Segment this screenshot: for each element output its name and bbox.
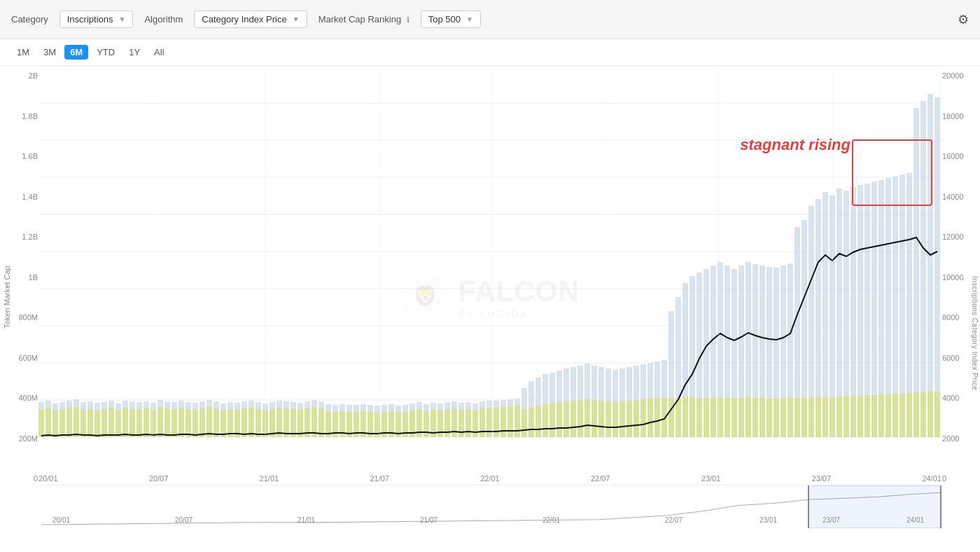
svg-rect-83 — [241, 408, 247, 437]
toolbar: Category Inscriptions ▼ Algorithm Catego… — [0, 0, 980, 39]
svg-rect-266 — [906, 393, 912, 437]
x-label-2: 20/07 — [149, 474, 169, 483]
svg-rect-173 — [528, 408, 534, 437]
svg-rect-263 — [886, 394, 891, 437]
svg-rect-28 — [59, 409, 65, 437]
svg-rect-228 — [788, 397, 793, 437]
svg-text:20/01: 20/01 — [52, 516, 70, 524]
svg-rect-25 — [38, 409, 44, 437]
svg-rect-139 — [438, 410, 443, 437]
svg-rect-181 — [584, 399, 590, 437]
svg-text:22/07: 22/07 — [665, 516, 682, 524]
svg-rect-262 — [878, 394, 884, 437]
svg-rect-143 — [465, 409, 471, 437]
x-label-5: 22/01 — [480, 474, 500, 483]
svg-rect-178 — [564, 401, 569, 437]
x-label-1: 20/01 — [38, 474, 58, 483]
svg-rect-223 — [752, 398, 758, 437]
marketcap-value: Top 500 — [428, 14, 461, 25]
category-label: Category — [11, 14, 48, 25]
svg-rect-211 — [668, 398, 674, 437]
svg-rect-51 — [122, 408, 128, 437]
svg-rect-186 — [620, 401, 625, 437]
svg-rect-213 — [682, 397, 688, 437]
svg-rect-58 — [172, 409, 177, 437]
svg-rect-248 — [927, 94, 933, 437]
svg-rect-190 — [648, 399, 653, 437]
svg-rect-177 — [556, 402, 562, 437]
svg-rect-252 — [808, 397, 814, 437]
timerange-btn-1y[interactable]: 1Y — [123, 45, 146, 60]
svg-rect-218 — [718, 397, 723, 437]
svg-text:23/07: 23/07 — [822, 516, 840, 524]
svg-rect-250 — [794, 398, 800, 437]
timerange-btn-6m[interactable]: 6M — [64, 45, 88, 60]
svg-rect-270 — [934, 392, 940, 437]
marketcap-select[interactable]: Top 500 ▼ — [421, 11, 481, 28]
navigator[interactable]: 20/01 20/07 21/01 21/07 22/01 22/07 23/0… — [38, 485, 941, 528]
svg-rect-53 — [136, 409, 142, 437]
svg-rect-54 — [144, 408, 149, 437]
timerange-btn-ytd[interactable]: YTD — [91, 45, 120, 60]
category-select[interactable]: Inscriptions ▼ — [59, 11, 134, 28]
algorithm-select[interactable]: Category Index Price ▼ — [194, 11, 307, 28]
algorithm-arrow: ▼ — [293, 15, 300, 23]
svg-rect-61 — [192, 410, 198, 437]
svg-rect-212 — [676, 398, 681, 437]
svg-rect-137 — [424, 411, 429, 437]
svg-rect-183 — [598, 401, 604, 437]
svg-rect-267 — [913, 392, 919, 437]
svg-rect-253 — [816, 397, 821, 437]
settings-icon[interactable]: ⚙ — [958, 12, 969, 27]
svg-rect-251 — [802, 398, 807, 437]
svg-rect-246 — [913, 108, 919, 437]
svg-rect-55 — [150, 410, 156, 437]
main-chart-svg — [38, 66, 941, 479]
y-left-title: Token Market Cap — [3, 265, 11, 328]
svg-rect-182 — [592, 400, 597, 437]
timerange-btn-all[interactable]: All — [148, 45, 169, 60]
x-label-3: 21/01 — [260, 474, 279, 483]
timerange-btn-3m[interactable]: 3M — [38, 45, 62, 60]
svg-text:23/01: 23/01 — [760, 516, 777, 524]
x-label-7: 23/01 — [701, 474, 721, 483]
svg-rect-265 — [899, 394, 905, 437]
svg-rect-142 — [458, 410, 464, 437]
svg-text:20/07: 20/07 — [175, 516, 192, 524]
svg-rect-191 — [654, 398, 660, 437]
x-label-4: 21/07 — [370, 474, 389, 483]
svg-rect-226 — [774, 399, 779, 437]
svg-rect-56 — [158, 407, 163, 437]
svg-rect-149 — [507, 406, 513, 437]
svg-rect-144 — [472, 410, 478, 437]
svg-rect-145 — [479, 408, 485, 437]
svg-rect-52 — [130, 409, 135, 437]
svg-rect-57 — [164, 408, 170, 437]
svg-rect-258 — [850, 396, 856, 437]
svg-rect-221 — [738, 398, 744, 437]
svg-rect-264 — [892, 394, 898, 437]
timerange-btn-1m[interactable]: 1M — [11, 45, 35, 60]
algorithm-label: Algorithm — [144, 14, 183, 25]
svg-rect-257 — [844, 396, 849, 437]
svg-rect-30 — [74, 407, 79, 437]
svg-text:21/01: 21/01 — [298, 516, 315, 524]
svg-rect-62 — [200, 408, 205, 437]
svg-rect-80 — [220, 410, 226, 437]
svg-rect-32 — [88, 409, 93, 437]
svg-rect-31 — [80, 410, 86, 437]
svg-rect-217 — [710, 398, 716, 437]
svg-rect-214 — [690, 397, 695, 437]
svg-rect-259 — [858, 396, 863, 437]
marketcap-label: Market Cap Ranking ℹ — [318, 14, 410, 25]
svg-rect-174 — [536, 406, 541, 437]
svg-rect-175 — [542, 404, 548, 437]
svg-rect-222 — [746, 397, 751, 437]
svg-rect-260 — [864, 395, 870, 437]
svg-rect-187 — [626, 401, 632, 437]
svg-rect-63 — [206, 407, 212, 437]
svg-rect-256 — [836, 396, 842, 437]
svg-rect-216 — [704, 398, 709, 437]
x-label-9: 24/01 — [922, 474, 941, 483]
svg-rect-29 — [66, 408, 72, 437]
